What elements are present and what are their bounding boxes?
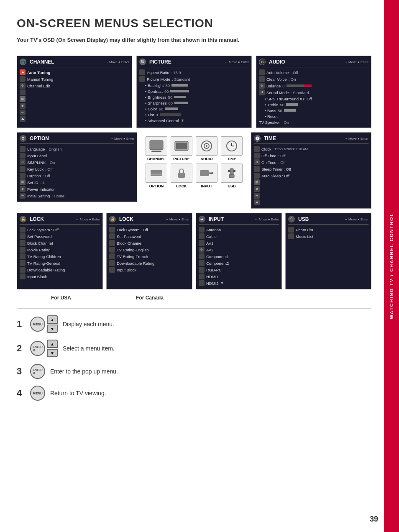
channel-row-icon-7: ↩ xyxy=(20,110,26,115)
option-powerindicator-icon: ⊕ xyxy=(20,186,26,192)
input-hdmi1-icon xyxy=(199,274,205,279)
icon-box-channel[interactable]: CHANNEL xyxy=(146,136,167,161)
lock-can-7: Input Block xyxy=(109,266,189,273)
channel-row-7: ↩ xyxy=(20,109,129,116)
lock-usa-icon-1 xyxy=(20,227,26,233)
picture-aspect-icon xyxy=(139,69,145,75)
option-initialsetting-val: : Home xyxy=(51,194,64,198)
for-canada-label: For Canada xyxy=(105,294,194,301)
lock-usa-6: TV Rating-General xyxy=(20,260,100,266)
svg-rect-13 xyxy=(178,173,185,178)
step-2-row: 2 ENTER⊙ ▲ ▼ Select a menu item. xyxy=(17,340,371,357)
step-3-enter-btn[interactable]: ENTER⊙ xyxy=(30,364,45,379)
time-sleeptimer-icon xyxy=(254,166,260,172)
channel-icon-box xyxy=(146,136,167,156)
channel-row-1: ▶ Auto Tuning xyxy=(20,69,129,76)
lock-usa-8: Input Block xyxy=(20,273,100,280)
picture-icon-box xyxy=(171,136,192,156)
step-2-enter-btn[interactable]: ENTER⊙ xyxy=(30,341,45,356)
time-icon-label: TIME xyxy=(227,157,236,161)
option-inputlabel: Input Label xyxy=(20,152,134,159)
option-keylock-icon xyxy=(20,166,26,172)
picture-backlight: • Backlight 80 xyxy=(139,82,249,88)
usb-photo-label: Photo List xyxy=(296,228,313,232)
step-4-text: Return to TV viewing. xyxy=(50,390,106,396)
lock-usa-3: Block Channel xyxy=(20,240,100,246)
step-2-text: Select a menu item. xyxy=(63,345,115,352)
lock-usa-icon-5 xyxy=(20,253,26,259)
instructions-section: 1 MENU ▲ ▼ Display each menu. 2 ENTER⊙ ▲ xyxy=(17,308,371,401)
lock-icon-label: LOCK xyxy=(176,184,187,188)
lock-canada-screen: 🔒 LOCK ↔ Move ● Enter Lock System : Off … xyxy=(106,213,192,289)
option-keylock: Key Lock : Off xyxy=(20,166,134,172)
option-simplink-val: : On xyxy=(47,160,55,165)
icon-box-option[interactable]: OPTION xyxy=(146,164,167,188)
lock-usa-7: Downloadable Rating xyxy=(20,266,100,273)
option-caption-icon xyxy=(20,173,26,179)
time-sleeptimer: Sleep Timer : Off xyxy=(254,166,368,172)
picture-brightness-label: • Brightness xyxy=(145,95,166,100)
time-autosleep-icon xyxy=(254,173,260,179)
svg-rect-20 xyxy=(233,170,235,172)
audio-clearvoice-label: Clear Voice xyxy=(266,77,287,82)
channel-item-2: Manual Tuning xyxy=(27,77,53,82)
channel-title: CHANNEL xyxy=(30,59,54,65)
icon-box-input[interactable]: INPUT xyxy=(196,164,217,188)
step-1-down-arrow[interactable]: ▼ xyxy=(47,325,58,333)
picture-brightness-bar xyxy=(174,96,186,98)
input-screen: ➡ INPUT ↔ Move ● Enter Antenna Cable AV1… xyxy=(196,213,282,289)
option-setid-val: : 1 xyxy=(40,180,44,185)
icon-box-audio[interactable]: AUDIO xyxy=(196,136,217,161)
bottom-screens-grid: 🔒 LOCK ↔ Move ● Enter Lock System : Off … xyxy=(17,213,371,289)
input-av2-icon: ⊙ xyxy=(199,247,205,253)
step-4-menu-btn[interactable]: MENU xyxy=(30,386,45,401)
lock-can-icon-4 xyxy=(109,247,115,253)
input-av2: ⊙AV2 xyxy=(199,246,279,253)
channel-row-icon-2 xyxy=(20,76,26,82)
page-container: ON-SCREEN MENUS SELECTION Your TV's OSD … xyxy=(0,0,399,532)
time-offtime-label: Off Time xyxy=(261,153,276,158)
svg-rect-11 xyxy=(151,172,162,174)
picture-backlight-val: 80 xyxy=(166,83,170,88)
input-hdmi2-icon xyxy=(199,280,205,286)
icon-box-time[interactable]: TIME xyxy=(221,136,243,161)
step-2-down-arrow[interactable]: ▼ xyxy=(47,349,58,357)
picture-advanced-label: • Advanced Control xyxy=(145,118,179,123)
audio-balance: ⊙ Balance 0 xyxy=(259,82,368,89)
page-title: ON-SCREEN MENUS SELECTION xyxy=(17,17,371,30)
time-row-icon-7: ⊕ xyxy=(254,186,260,192)
input-hdmi2: HDMI2 ▼ xyxy=(199,280,279,286)
picture-icon: 🖼 xyxy=(139,59,146,65)
audio-soundmode-label: Sound Mode xyxy=(266,90,289,95)
lock-can-3: Block Channel xyxy=(109,240,189,246)
option-powerindicator: ⊕ Power Indicator xyxy=(20,186,134,192)
audio-screen: ⊙ AUDIO ↔ Move ● Enter Auto Volume : Off… xyxy=(256,56,371,128)
step-3-number: 3 xyxy=(17,366,25,377)
lock-usa-icon-4 xyxy=(20,247,26,253)
time-icon-box xyxy=(221,136,243,156)
picture-brightness-val: 50 xyxy=(168,95,173,100)
input-antenna: Antenna xyxy=(199,226,279,233)
lock-canada-nav: ↔ Move ● Enter xyxy=(165,217,189,221)
input-menu-icon: ➡ xyxy=(199,216,205,223)
lock-can-icon-7 xyxy=(109,267,115,273)
step-2-arrows: ▲ ▼ xyxy=(47,340,58,357)
audio-autovol-label: Auto Volume xyxy=(266,70,289,75)
step-2-number: 2 xyxy=(17,343,25,354)
icon-box-usb[interactable]: USB xyxy=(221,164,243,188)
step-1-up-arrow[interactable]: ▲ xyxy=(47,315,58,324)
icon-box-picture[interactable]: PICTURE xyxy=(171,136,192,161)
picture-aspect: Aspect Ratio : 16:9 xyxy=(139,69,249,76)
step-2-up-arrow[interactable]: ▲ xyxy=(47,340,58,348)
lock-usa-icon: 🔒 xyxy=(20,216,26,223)
channel-row-6: ⊕ xyxy=(20,102,129,109)
picture-color: • Color 60 xyxy=(139,106,249,112)
channel-row-icon-1: ▶ xyxy=(20,69,26,75)
time-clock-icon xyxy=(254,146,260,152)
icon-box-lock[interactable]: LOCK xyxy=(171,164,192,188)
channel-item-1: Auto Tuning xyxy=(27,70,50,75)
option-icon-box xyxy=(146,164,167,183)
lock-icon-box xyxy=(171,164,192,183)
top-menus-grid: 📺 CHANNEL ↔ Move ● Enter ▶ Auto Tuning M… xyxy=(17,56,371,128)
step-1-menu-btn[interactable]: MENU xyxy=(30,317,45,332)
